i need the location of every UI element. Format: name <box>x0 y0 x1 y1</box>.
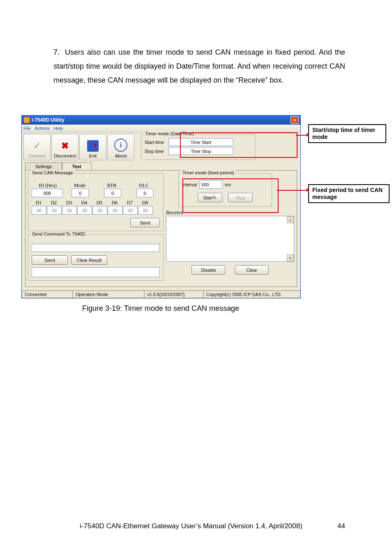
status-mode: Operation Mode <box>73 291 144 298</box>
rtr-input[interactable] <box>104 189 121 197</box>
mode-label: Mode <box>64 183 96 189</box>
start-time-label: Start time <box>145 140 167 145</box>
send-can-group: Send CAN Message ID (Hex) Mode RTR DLC D… <box>28 173 164 231</box>
d-input[interactable] <box>77 206 92 215</box>
d-input[interactable] <box>47 206 62 215</box>
about-button[interactable]: About <box>107 134 134 160</box>
titlebar: i-7540D Utility × <box>22 116 300 125</box>
highlight-timer-date <box>180 132 297 158</box>
d-label: D8 <box>138 200 152 206</box>
mode-input[interactable] <box>71 189 89 197</box>
disconnect-button[interactable]: Disconnect <box>51 134 78 160</box>
menu-file[interactable]: File <box>23 126 31 131</box>
d-input[interactable] <box>108 206 122 215</box>
d-label: D6 <box>108 200 122 206</box>
result-field <box>32 267 160 277</box>
list-number: 7. <box>53 45 65 59</box>
status-copyright: Copyright(c) 2005 ICP DAS Co., LTD. <box>203 291 300 298</box>
d-label: D3 <box>62 200 76 206</box>
clear-result-button[interactable]: Clear Result <box>71 255 107 265</box>
footer-text: i-7540D CAN-Ethernet Gateway User’s Manu… <box>53 522 329 530</box>
exit-button[interactable]: Exit <box>79 134 106 160</box>
disconnect-label: Disconnect <box>54 153 76 158</box>
d-input[interactable] <box>138 206 153 215</box>
d-input[interactable] <box>123 206 138 215</box>
send-cmd-button[interactable]: Send <box>32 255 68 265</box>
arrow-1-head <box>307 133 311 137</box>
paragraph-text: Users also can use the timer mode to sen… <box>53 48 345 84</box>
status-connected: Connected <box>22 291 73 298</box>
exit-label: Exit <box>89 153 97 158</box>
d-input[interactable] <box>62 206 77 215</box>
clear-button[interactable]: Clear <box>235 265 269 275</box>
rtr-label: RTR <box>96 183 128 189</box>
page-number: 44 <box>329 522 345 530</box>
receive-box[interactable]: ▲ ▼ <box>166 216 294 262</box>
scroll-up-icon[interactable]: ▲ <box>287 216 294 223</box>
statusbar: Connected Operation Mode v1.0.5[10/15/20… <box>22 290 300 298</box>
connect-button[interactable]: Connect <box>23 134 51 160</box>
check-icon <box>31 140 43 152</box>
callout-timer-mode: Start/stop time of timer mode <box>308 124 386 143</box>
cmd-input[interactable] <box>32 244 160 252</box>
arrow-2 <box>277 190 309 191</box>
figure-caption: Figure 3-19: Timer mode to send CAN mess… <box>21 304 300 313</box>
dlc-label: DLC <box>128 183 160 189</box>
close-icon[interactable]: × <box>291 116 299 124</box>
d-input[interactable] <box>92 206 107 215</box>
app-icon <box>23 117 30 123</box>
highlight-timer-fixed <box>182 178 279 213</box>
d-input[interactable] <box>32 206 46 215</box>
d-label: D1 <box>32 200 46 206</box>
disable-button[interactable]: Disable <box>191 265 225 275</box>
id-label: ID (Hex) <box>32 183 64 189</box>
exit-icon <box>87 140 99 152</box>
tab-test[interactable]: Test <box>62 162 92 171</box>
menu-help[interactable]: Help <box>54 126 63 131</box>
info-icon <box>114 139 127 152</box>
window-title: i-7540D Utility <box>32 117 64 123</box>
d-label: D4 <box>77 200 91 206</box>
connect-label: Connect <box>29 153 46 158</box>
callout-fixed-period: Fixed period to send CAN message <box>308 184 390 203</box>
stop-time-label: Stop time <box>145 149 167 154</box>
d-label: D5 <box>92 200 106 206</box>
status-version: v1.0.5[10/15/2007] <box>144 291 203 298</box>
scroll-down-icon[interactable]: ▼ <box>287 254 294 261</box>
id-input[interactable] <box>32 189 63 197</box>
about-label: About <box>115 153 127 158</box>
send-cmd-legend: Send Command To 7540D <box>31 231 86 236</box>
dlc-input[interactable] <box>136 189 154 197</box>
send-cmd-group: Send Command To 7540D Send Clear Result <box>28 234 164 281</box>
d-label: D7 <box>123 200 137 206</box>
x-icon <box>59 140 71 152</box>
send-can-button[interactable]: Send <box>130 218 160 227</box>
d-label: D2 <box>47 200 61 206</box>
send-can-legend: Send CAN Message <box>31 170 74 175</box>
menu-actions[interactable]: Actions <box>35 126 50 131</box>
timer-fixed-legend: Timer mode (fixed period) <box>181 170 235 175</box>
arrow-2-head <box>307 188 311 192</box>
tab-settings[interactable]: Settings <box>25 162 62 171</box>
